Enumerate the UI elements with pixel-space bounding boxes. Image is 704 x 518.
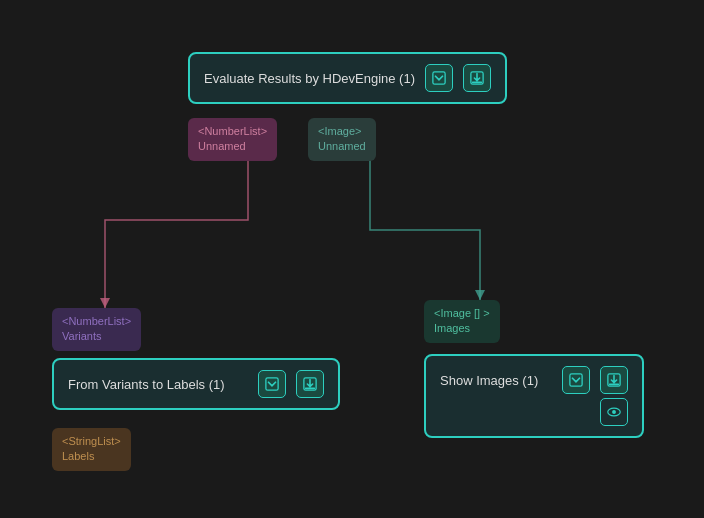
from-variants-title: From Variants to Labels (1) xyxy=(68,377,248,392)
svg-point-9 xyxy=(612,410,616,414)
images-type: <Image [] > xyxy=(434,306,490,321)
svg-rect-6 xyxy=(570,374,582,386)
variants-download-button[interactable] xyxy=(296,370,324,398)
from-variants-node: From Variants to Labels (1) xyxy=(52,358,340,410)
eye-icon xyxy=(607,405,621,419)
svg-marker-1 xyxy=(475,290,485,300)
chevron-down-icon-2 xyxy=(265,377,279,391)
numberlist-name: Unnamed xyxy=(198,139,267,154)
images-name: Images xyxy=(434,321,490,336)
evaluate-results-title: Evaluate Results by HDevEngine (1) xyxy=(204,71,415,86)
labels-type: <StringList> xyxy=(62,434,121,449)
svg-rect-4 xyxy=(266,378,278,390)
image-unnamed-name: Unnamed xyxy=(318,139,366,154)
variants-chevron-button[interactable] xyxy=(258,370,286,398)
numberlist-unnamed-badge: <NumberList> Unnamed xyxy=(188,118,277,161)
variants-type: <NumberList> xyxy=(62,314,131,329)
download-icon xyxy=(470,71,484,85)
chevron-down-icon-3 xyxy=(569,373,583,387)
evaluate-chevron-button[interactable] xyxy=(425,64,453,92)
variants-name: Variants xyxy=(62,329,131,344)
image-unnamed-badge: <Image> Unnamed xyxy=(308,118,376,161)
images-badge: <Image [] > Images xyxy=(424,300,500,343)
numberlist-type: <NumberList> xyxy=(198,124,267,139)
showimages-chevron-button[interactable] xyxy=(562,366,590,394)
chevron-down-icon xyxy=(432,71,446,85)
show-images-title: Show Images (1) xyxy=(440,373,552,388)
labels-name: Labels xyxy=(62,449,121,464)
svg-rect-2 xyxy=(433,72,445,84)
evaluate-results-node: Evaluate Results by HDevEngine (1) xyxy=(188,52,507,104)
image-unnamed-type: <Image> xyxy=(318,124,366,139)
showimages-download-button[interactable] xyxy=(600,366,628,394)
svg-marker-0 xyxy=(100,298,110,308)
download-icon-2 xyxy=(303,377,317,391)
download-icon-3 xyxy=(607,373,621,387)
show-images-node: Show Images (1) xyxy=(424,354,644,438)
variants-badge: <NumberList> Variants xyxy=(52,308,141,351)
labels-badge: <StringList> Labels xyxy=(52,428,131,471)
evaluate-download-button[interactable] xyxy=(463,64,491,92)
showimages-eye-button[interactable] xyxy=(600,398,628,426)
